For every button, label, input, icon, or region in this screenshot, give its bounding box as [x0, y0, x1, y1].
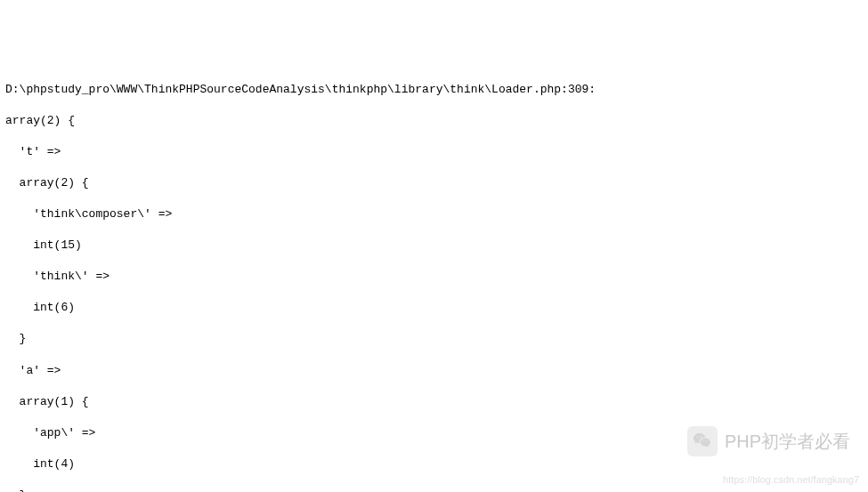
dump-line: 'think\composer\' => — [5, 206, 863, 222]
dump-line: int(15) — [5, 238, 863, 254]
dump-line: 't' => — [5, 144, 863, 160]
wechat-icon — [687, 426, 718, 456]
dump-line: array(2) { — [5, 113, 863, 129]
watermark-badge: PHP初学者必看 — [687, 426, 850, 456]
dump-line: array(2) { — [5, 175, 863, 191]
dump-line: array(1) { — [5, 394, 863, 410]
watermark-url: https://blog.csdn.net/fangkang7 — [723, 473, 859, 487]
dump-line: 'think\' => — [5, 269, 863, 285]
dump-line: int(4) — [5, 456, 863, 472]
dump-line: } — [5, 331, 863, 347]
dump-line: int(6) — [5, 300, 863, 316]
dump-line: D:\phpstudy_pro\WWW\ThinkPHPSourceCodeAn… — [5, 82, 863, 98]
dump-line: 'a' => — [5, 363, 863, 379]
dump-line: } — [5, 488, 863, 492]
watermark-text: PHP初学者必看 — [725, 430, 850, 454]
